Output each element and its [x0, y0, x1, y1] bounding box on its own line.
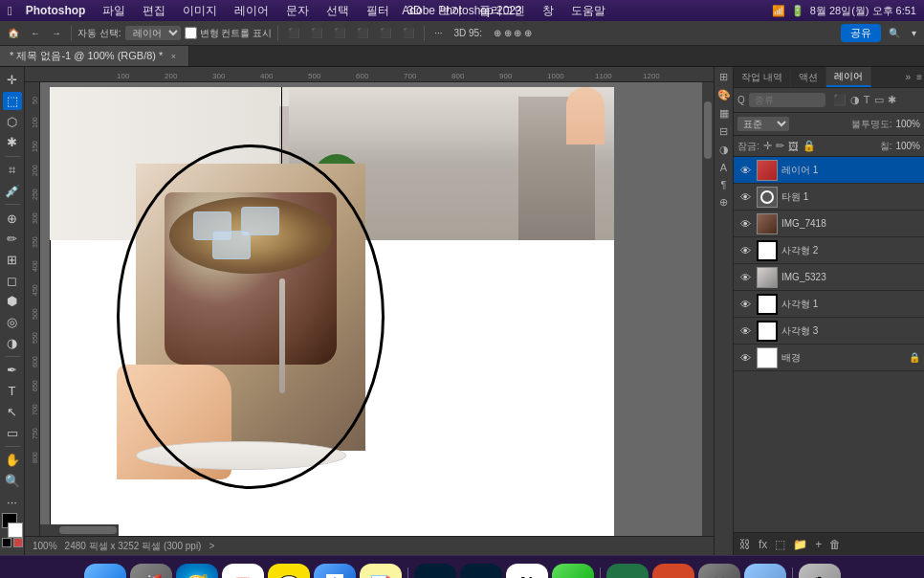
menu-type[interactable]: 문자	[282, 3, 313, 19]
filter-shape-icon[interactable]: ▭	[874, 94, 884, 106]
link-layers-btn[interactable]: ⛓	[737, 536, 753, 553]
h-scroll-thumb[interactable]	[59, 526, 117, 534]
clone-stamp-tool[interactable]: ⊞	[3, 251, 22, 270]
path-selection-tool[interactable]: ↖	[3, 403, 22, 422]
menu-help[interactable]: 도움말	[567, 3, 609, 19]
expand-panel-btn[interactable]: ▾	[908, 26, 920, 40]
canvas-viewport[interactable]	[40, 82, 714, 536]
layer-vis-toggle[interactable]: 👁	[737, 189, 753, 205]
tab-layers[interactable]: 레이어	[826, 67, 871, 87]
lock-image-icon[interactable]: 🖼	[788, 141, 799, 152]
lock-all-icon[interactable]: 🔒	[803, 140, 816, 152]
panel-collapse-btn[interactable]: »	[904, 70, 913, 84]
layer-item[interactable]: 👁 배경 🔒	[734, 345, 924, 371]
dock-kakao[interactable]: 💬	[268, 564, 310, 579]
layer-filter-input[interactable]	[749, 93, 825, 107]
dock-excel[interactable]: X	[606, 564, 649, 579]
dock-powerpoint[interactable]: P	[652, 564, 694, 579]
layer-item[interactable]: 👁 타원 1	[734, 184, 924, 211]
align-right-btn[interactable]: ⬛	[330, 26, 349, 40]
align-left-btn[interactable]: ⬛	[284, 26, 303, 40]
filter-type-icon[interactable]: T	[864, 94, 870, 106]
fill-value[interactable]: 100%	[895, 141, 920, 151]
dock-notion[interactable]: N	[506, 564, 548, 579]
fx-btn[interactable]: fx	[757, 536, 769, 553]
filter-pixel-icon[interactable]: ⬛	[833, 94, 847, 106]
layer-item[interactable]: 👁 IMG_7418	[734, 211, 924, 237]
add-mask-btn[interactable]: ⬚	[773, 536, 787, 553]
dodge-tool[interactable]: ◑	[3, 333, 22, 352]
hand-tool[interactable]: ✋	[3, 451, 22, 470]
more-options-btn[interactable]: ···	[430, 26, 446, 40]
document-tab[interactable]: * 제목 없음-1 @ 100% (RGB/8) * ×	[0, 46, 189, 66]
menu-layer[interactable]: 레이어	[231, 3, 273, 19]
menu-window[interactable]: 창	[539, 3, 558, 19]
filter-smart-icon[interactable]: ✱	[888, 94, 896, 106]
transform-control-checkbox[interactable]: 변형 컨트롤 표시	[185, 27, 273, 40]
share-button[interactable]: 공유	[841, 24, 881, 42]
align-top-btn[interactable]: ⬛	[353, 26, 372, 40]
lasso-tool[interactable]: ⬡	[3, 112, 22, 131]
forward-btn[interactable]: →	[48, 26, 65, 40]
menu-file[interactable]: 파일	[99, 3, 129, 19]
swatches-icon[interactable]: 🎨	[717, 89, 731, 101]
app-name-menu[interactable]: Photoshop	[22, 4, 90, 17]
layer-vis-toggle[interactable]: 👁	[737, 270, 753, 285]
transform-checkbox-input[interactable]	[185, 27, 197, 39]
layer-vis-toggle[interactable]: 👁	[737, 323, 753, 339]
dock-calendar[interactable]: 📅	[222, 564, 264, 579]
paint-bucket-tool[interactable]: ⬢	[3, 292, 22, 311]
filter-adjust-icon[interactable]: ◑	[850, 94, 860, 106]
align-middle-btn[interactable]: ⬛	[376, 26, 395, 40]
tab-actions[interactable]: 액션	[791, 67, 826, 87]
type-tool[interactable]: T	[3, 382, 22, 401]
3d-controls[interactable]: ⊕ ⊕ ⊕ ⊕	[490, 26, 536, 40]
quick-mask-off[interactable]	[2, 538, 11, 547]
healing-brush-tool[interactable]: ⊕	[3, 209, 22, 228]
layer-vis-toggle[interactable]: 👁	[737, 243, 753, 258]
h-scrollbar[interactable]	[40, 524, 119, 536]
panel-menu-btn[interactable]: ≡	[914, 70, 924, 84]
dock-airplay[interactable]: 📺	[698, 564, 740, 579]
tab-close-btn[interactable]: ×	[167, 51, 179, 62]
opacity-value[interactable]: 100%	[895, 119, 920, 129]
apple-menu[interactable]: 	[8, 4, 12, 18]
shape-tool[interactable]: ▭	[3, 423, 22, 442]
eyedropper-tool[interactable]: 💉	[3, 182, 22, 201]
dock-lightroom[interactable]: Lr	[460, 564, 502, 579]
layer-item[interactable]: 👁 IMG_5323	[734, 264, 924, 291]
status-expand-btn[interactable]: >	[209, 541, 214, 551]
dock-messages[interactable]: ✉	[552, 564, 594, 579]
delete-layer-btn[interactable]: 🗑	[827, 536, 843, 553]
back-btn[interactable]: ←	[27, 26, 44, 40]
dock-trash[interactable]: 🗑	[799, 564, 841, 579]
layer-item[interactable]: 👁 사각형 2	[734, 237, 924, 264]
new-layer-btn[interactable]: +	[813, 536, 824, 553]
v-scrollbar[interactable]	[702, 82, 714, 536]
dock-appstore[interactable]: 🅰	[314, 564, 356, 579]
dock-launchpad[interactable]: 🚀	[130, 564, 172, 579]
brush-tool[interactable]: ✏	[3, 230, 22, 249]
dock-notes[interactable]: 📝	[360, 564, 402, 579]
layer-select-dropdown[interactable]: 레이어 그룹	[125, 26, 181, 40]
new-group-btn[interactable]: 📁	[791, 536, 809, 553]
dock-photoshop[interactable]: Ps	[414, 564, 456, 579]
layer-item[interactable]: 👁 사각형 3	[734, 318, 924, 345]
align-bottom-btn[interactable]: ⬛	[399, 26, 418, 40]
crop-tool[interactable]: ⌗	[3, 161, 22, 180]
search-btn[interactable]: 🔍	[885, 26, 904, 40]
layer-item[interactable]: 👁 레이어 1	[734, 157, 924, 184]
patterns-icon[interactable]: ⊟	[719, 125, 728, 138]
paragraph-icon[interactable]: ¶	[721, 179, 727, 190]
move-tool[interactable]: ✛	[3, 71, 22, 90]
layer-vis-toggle[interactable]: 👁	[737, 350, 753, 366]
history-brush-icon[interactable]: ⊞	[719, 71, 728, 83]
layer-vis-toggle[interactable]: 👁	[737, 216, 753, 232]
adjustments-icon[interactable]: ◑	[719, 144, 729, 156]
lock-position-icon[interactable]: ✛	[763, 140, 772, 152]
pen-tool[interactable]: ✒	[3, 361, 22, 380]
dock-finder[interactable]: 🗂	[84, 564, 126, 579]
layer-vis-toggle[interactable]: 👁	[737, 297, 753, 312]
blend-mode-select[interactable]: 표준 곱하기 스크린	[737, 117, 789, 131]
eraser-tool[interactable]: ◻	[3, 271, 22, 290]
